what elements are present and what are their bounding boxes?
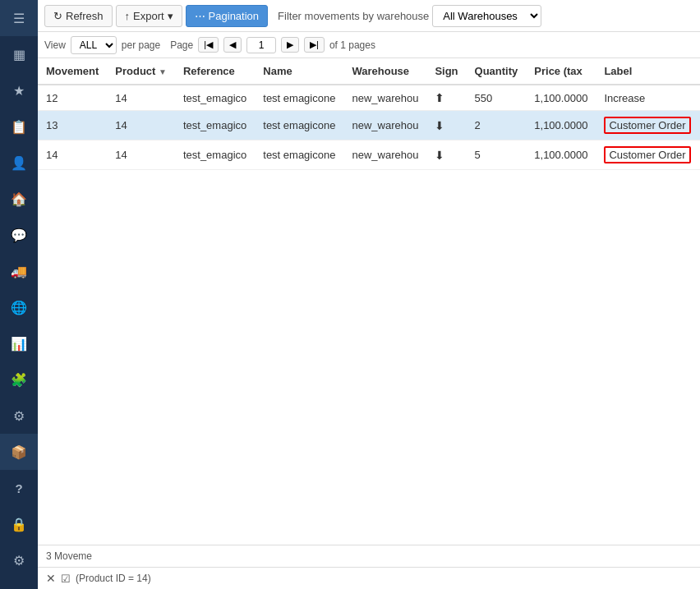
sign-cell: ⬇ <box>426 140 466 170</box>
col-price-tax[interactable]: Price (tax <box>526 58 596 85</box>
footer: 3 Moveme <box>38 545 700 567</box>
sidebar-item-clipboard[interactable]: 📋 <box>0 108 38 145</box>
sign-up-icon: ⬆ <box>435 91 444 104</box>
sidebar-item-truck[interactable]: 🚚 <box>0 253 38 289</box>
label-cell: Increase <box>596 85 698 111</box>
label-cell: Customer Order <box>596 140 698 170</box>
truck-icon: 🚚 <box>11 264 27 279</box>
reference-cell: test_emagico <box>175 85 255 111</box>
sidebar-item-settings[interactable]: ⚙ <box>0 542 38 578</box>
sidebar-item-person[interactable]: 👤 <box>0 145 38 181</box>
col-warehouse[interactable]: Warehouse <box>343 58 426 85</box>
col-name[interactable]: Name <box>255 58 343 85</box>
col-sign[interactable]: Sign <box>426 58 466 85</box>
warehouse-select[interactable]: All Warehouses new_warehouse <box>432 5 541 27</box>
chat-icon: 💬 <box>11 228 27 243</box>
record-count: 3 Moveme <box>46 550 92 562</box>
table-row[interactable]: 13 14 test_emagico test emagicone new_wa… <box>38 111 700 140</box>
sidebar-item-inventory[interactable]: 📦 <box>0 434 38 470</box>
movement-cell: 12 <box>38 85 107 111</box>
export-icon: ↑ <box>125 10 131 22</box>
label-cell: Customer Order <box>596 111 698 140</box>
sign-cell: ⬆ <box>426 85 466 111</box>
sidebar-item-home[interactable]: 🏠 <box>0 181 38 217</box>
col-label[interactable]: Label <box>596 58 698 85</box>
lock-icon: 🔒 <box>11 517 27 532</box>
view-select[interactable]: ALL <box>71 36 117 54</box>
refresh-icon: ↻ <box>53 10 62 22</box>
page-input[interactable] <box>246 37 276 53</box>
sidebar-item-chat[interactable]: 💬 <box>0 217 38 253</box>
refresh-button[interactable]: ↻ Refresh <box>44 5 113 27</box>
movement-cell: 13 <box>38 111 107 140</box>
sidebar-item-puzzle[interactable]: 🧩 <box>0 361 38 398</box>
filter-close-button[interactable]: ✕ <box>46 572 56 585</box>
globe-icon: 🌐 <box>11 300 27 315</box>
home-icon: 🏠 <box>11 191 27 207</box>
sidebar-item-hamburger[interactable]: ☰ <box>0 0 38 36</box>
warehouse-cell: new_warehou <box>343 85 426 111</box>
col-product[interactable]: Product ▼ <box>107 58 175 85</box>
filter-label: Filter movements by warehouse <box>278 10 429 22</box>
table-row[interactable]: 12 14 test_emagico test emagicone new_wa… <box>38 85 700 111</box>
sidebar-item-help[interactable]: ? <box>0 470 38 506</box>
product-cell: 14 <box>107 111 175 140</box>
view-label: View <box>44 39 66 51</box>
price-tax-cell: 1,100.0000 <box>526 85 596 111</box>
table-row[interactable]: 14 14 test_emagico test emagicone new_wa… <box>38 140 700 170</box>
col-movement[interactable]: Movement <box>38 58 107 85</box>
star-icon: ★ <box>13 83 25 99</box>
sidebar-item-favorites[interactable]: ★ <box>0 72 38 108</box>
export-label: Export <box>133 10 164 22</box>
col-reference[interactable]: Reference <box>175 58 255 85</box>
refresh-label: Refresh <box>66 10 104 22</box>
next-page-button[interactable]: ▶ <box>281 37 299 53</box>
col-quantity[interactable]: Quantity <box>467 58 527 85</box>
sidebar-item-lock[interactable]: 🔒 <box>0 506 38 542</box>
name-cell: test emagicone <box>255 140 343 170</box>
sliders-icon: ⚙ <box>13 408 25 424</box>
pagination-button[interactable]: ⋯ Pagination <box>186 5 268 27</box>
prev-page-button[interactable]: ◀ <box>223 37 242 53</box>
page-label: Page <box>170 39 193 51</box>
name-cell: test emagicone <box>255 111 343 140</box>
filter-footer: ✕ ☑ (Product ID = 14) <box>38 567 700 589</box>
sidebar-item-sliders[interactable]: ⚙ <box>0 398 38 434</box>
pagination-bar: View ALL per page Page |◀ ◀ ▶ ▶| of 1 pa… <box>38 32 700 58</box>
pagination-label: Pagination <box>209 10 259 22</box>
filter-text: (Product ID = 14) <box>76 573 151 584</box>
table-wrapper: Movement Product ▼ Reference Name Wareho… <box>38 58 700 545</box>
main-content: ↻ Refresh ↑ Export ▾ ⋯ Pagination Filter… <box>38 0 700 589</box>
hamburger-icon: ☰ <box>13 11 25 26</box>
sidebar-item-globe[interactable]: 🌐 <box>0 289 38 325</box>
reference-cell: test_emagico <box>175 111 255 140</box>
price-tax-cell: 1,100.0000 <box>526 140 596 170</box>
sign-down-icon: ⬇ <box>435 119 444 132</box>
quantity-cell: 5 <box>467 140 527 170</box>
pagination-icon: ⋯ <box>195 10 205 22</box>
warehouse-cell: new_warehou <box>343 140 426 170</box>
filter-check-icon[interactable]: ☑ <box>61 573 71 585</box>
quantity-cell: 2 <box>467 111 527 140</box>
per-page-label: per page <box>122 39 160 51</box>
inventory-icon: 📦 <box>11 444 27 460</box>
sign-cell: ⬇ <box>426 111 466 140</box>
sign-down-icon: ⬇ <box>435 149 444 162</box>
sort-icon: ▼ <box>159 67 167 76</box>
export-dropdown-icon: ▾ <box>168 10 173 22</box>
last-page-button[interactable]: ▶| <box>304 37 325 53</box>
first-page-button[interactable]: |◀ <box>198 37 219 53</box>
export-button[interactable]: ↑ Export ▾ <box>116 5 182 27</box>
sidebar-item-store[interactable]: ▦ <box>0 36 38 72</box>
table-header-row: Movement Product ▼ Reference Name Wareho… <box>38 58 700 85</box>
page-info: of 1 pages <box>329 39 375 51</box>
price-tax-cell: 1,100.0000 <box>526 111 596 140</box>
sidebar-item-chart[interactable]: 📊 <box>0 325 38 361</box>
store-icon: ▦ <box>13 47 25 62</box>
product-cell: 14 <box>107 85 175 111</box>
table-body: 12 14 test_emagico test emagicone new_wa… <box>38 85 700 170</box>
reference-cell: test_emagico <box>175 140 255 170</box>
movement-cell: 14 <box>38 140 107 170</box>
warehouse-cell: new_warehou <box>343 111 426 140</box>
help-icon: ? <box>15 481 22 495</box>
